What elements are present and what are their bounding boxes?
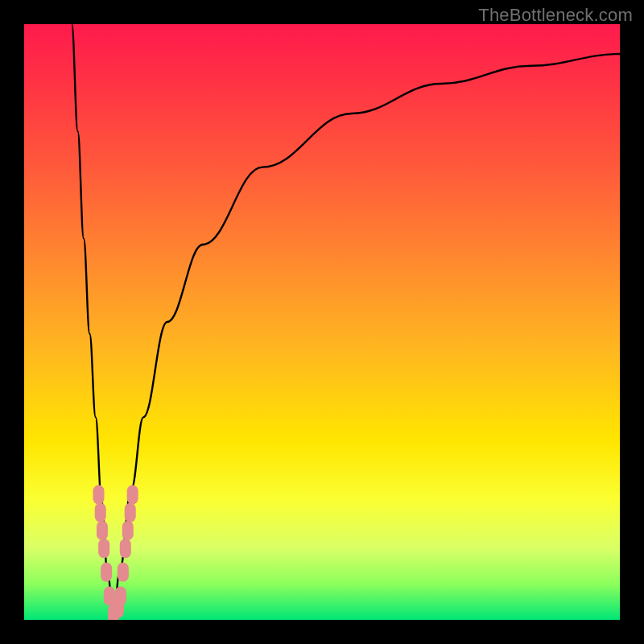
bottleneck-curve xyxy=(72,24,620,620)
trough-marker xyxy=(98,539,109,558)
trough-marker xyxy=(118,563,129,582)
trough-marker xyxy=(101,563,112,582)
trough-markers xyxy=(93,485,138,620)
curve-right-branch xyxy=(114,54,620,620)
trough-marker xyxy=(97,521,108,540)
chart-frame: TheBottleneck.com xyxy=(0,0,644,644)
watermark-text: TheBottleneck.com xyxy=(478,5,633,26)
curve-layer xyxy=(24,24,620,620)
trough-marker xyxy=(122,521,134,540)
trough-marker xyxy=(115,586,126,605)
trough-marker xyxy=(93,485,105,505)
trough-marker xyxy=(125,503,136,522)
trough-marker xyxy=(95,503,106,522)
trough-marker xyxy=(120,539,131,558)
trough-marker xyxy=(127,485,138,505)
plot-area xyxy=(24,24,620,620)
